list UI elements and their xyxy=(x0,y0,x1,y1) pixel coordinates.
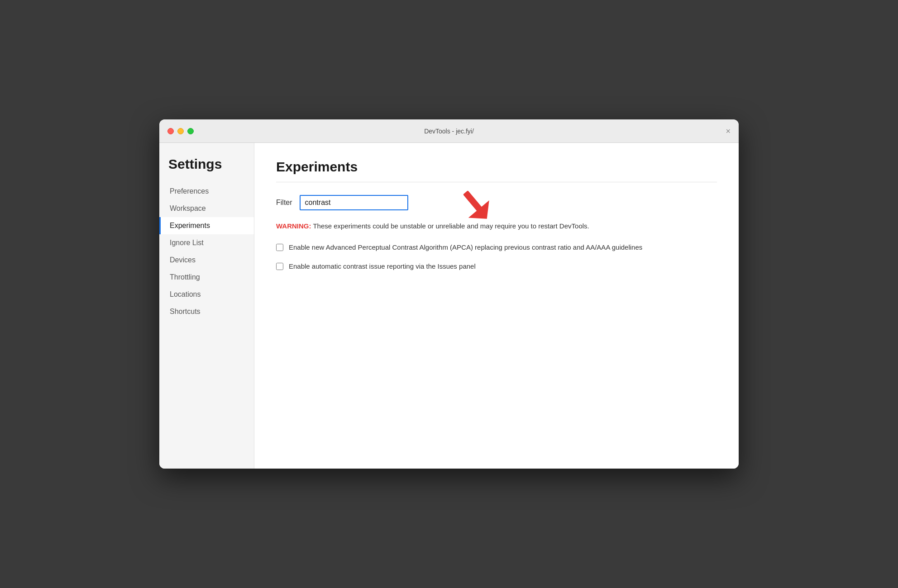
content-area: Experiments Filter xyxy=(254,143,739,469)
filter-label: Filter xyxy=(276,199,292,207)
experiment-auto-contrast-label[interactable]: Enable automatic contrast issue reportin… xyxy=(289,261,476,272)
filter-input[interactable] xyxy=(300,195,408,210)
experiment-auto-contrast: Enable automatic contrast issue reportin… xyxy=(276,261,717,272)
red-arrow-indicator xyxy=(453,187,498,225)
filter-row: Filter xyxy=(276,195,717,210)
sidebar-item-devices[interactable]: Devices xyxy=(159,251,254,269)
sidebar-item-locations[interactable]: Locations xyxy=(159,286,254,303)
maximize-button[interactable] xyxy=(187,128,194,134)
warning-text: These experiments could be unstable or u… xyxy=(313,222,589,230)
experiment-apca-label[interactable]: Enable new Advanced Perceptual Contrast … xyxy=(289,242,642,253)
sidebar-item-preferences[interactable]: Preferences xyxy=(159,183,254,200)
sidebar-item-ignore-list[interactable]: Ignore List xyxy=(159,234,254,251)
main-layout: Settings Preferences Workspace Experimen… xyxy=(159,143,739,469)
minimize-button[interactable] xyxy=(177,128,184,134)
traffic-lights xyxy=(167,128,194,134)
sidebar-heading: Settings xyxy=(159,156,254,183)
titlebar: DevTools - jec.fyi/ × xyxy=(159,119,739,143)
window-close-button[interactable]: × xyxy=(726,127,731,135)
title-divider xyxy=(276,182,717,182)
sidebar: Settings Preferences Workspace Experimen… xyxy=(159,143,254,469)
window-title: DevTools - jec.fyi/ xyxy=(424,128,474,135)
sidebar-item-throttling[interactable]: Throttling xyxy=(159,269,254,286)
app-window: DevTools - jec.fyi/ × Settings Preferenc… xyxy=(159,119,739,469)
experiment-auto-contrast-checkbox[interactable] xyxy=(276,263,283,270)
experiment-apca: Enable new Advanced Perceptual Contrast … xyxy=(276,242,717,253)
close-button[interactable] xyxy=(167,128,174,134)
sidebar-item-experiments[interactable]: Experiments xyxy=(159,217,254,234)
sidebar-item-workspace[interactable]: Workspace xyxy=(159,200,254,217)
sidebar-item-shortcuts[interactable]: Shortcuts xyxy=(159,303,254,320)
page-title: Experiments xyxy=(276,159,717,175)
experiment-apca-checkbox[interactable] xyxy=(276,244,283,251)
warning-label: WARNING: xyxy=(276,222,311,230)
